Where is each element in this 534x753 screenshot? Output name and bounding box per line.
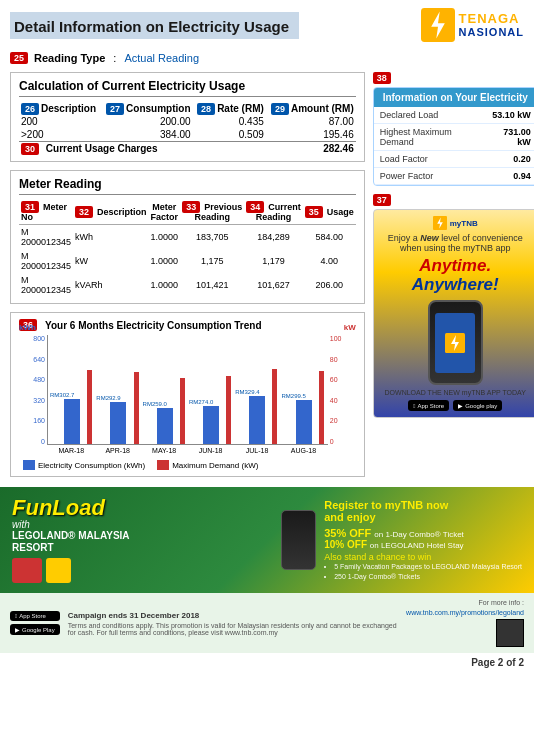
app-enjoy-text: Enjoy a New level of convenience [380, 233, 531, 243]
bar-red-mar [87, 370, 92, 444]
chart-legend: Electricity Consumption (kWh) Maximum De… [19, 460, 356, 470]
app-store-icon[interactable]:  App Store [10, 611, 60, 621]
meter-section: Meter Reading 31Meter No 32Description M… [10, 170, 365, 304]
campaign-website: www.tnb.com.my/promotions/legoland [406, 609, 524, 616]
google-play-footer-icon[interactable]: ▶ Google Play [10, 624, 60, 635]
info-row-4: Power Factor 0.94 [374, 168, 534, 185]
phone-screen [435, 313, 475, 373]
info-row-3: Load Factor 0.20 [374, 151, 534, 168]
bar-may: RM259.0 [143, 335, 187, 444]
calc-header-amount: 29Amount (RM) [266, 102, 356, 115]
legend-box-blue [23, 460, 35, 470]
meter-curr-3: 101,627 [244, 273, 303, 297]
meter-prev-3: 101,421 [180, 273, 244, 297]
x-label-mar: MAR-18 [49, 447, 93, 454]
meter-header-usage: 35Usage [303, 200, 356, 225]
phone-tnb-icon [445, 333, 465, 353]
badge-33: 33 [182, 201, 200, 213]
x-label-aug: AUG-18 [281, 447, 325, 454]
page-title: Detail Information on Electricity Usage [10, 12, 421, 39]
bar-label-may: RM259.0 [143, 401, 167, 407]
campaign-right: For more info : www.tnb.com.my/promotion… [406, 599, 524, 647]
meter-usage-2: 4.00 [303, 249, 356, 273]
info-badge-row: 38 [373, 72, 534, 84]
bar-jun: RM274.0 [189, 335, 233, 444]
badge-30: 30 [21, 143, 39, 155]
funload-left: FunLoad with LEGOLAND® MALAYSIARESORT [12, 497, 273, 583]
legoland-icons [12, 558, 273, 583]
main-content: Calculation of Current Electricity Usage… [0, 68, 534, 487]
app-tnb-logo: myTNB [380, 216, 531, 230]
bar-apr: RM292.9 [96, 335, 140, 444]
meter-header-prev: 33Previous Reading [180, 200, 244, 225]
meter-desc-3: kVARh [73, 273, 149, 297]
calculation-table: 26Description 27Consumption 28Rate (RM) … [19, 102, 356, 155]
meter-factor-1: 1.0000 [149, 225, 181, 250]
tnb-logo-text: TENAGA NASIONAL [459, 12, 524, 38]
meter-header-factor: Meter Factor [149, 200, 181, 225]
meter-row-1: M 2000012345 kWh 1.0000 183,705 184,289 … [19, 225, 356, 250]
calc-header-rate: 28Rate (RM) [193, 102, 266, 115]
bar-aug: RM299.5 [281, 335, 325, 444]
bar-label-aug: RM299.5 [281, 393, 305, 399]
campaign-footer:  App Store ▶ Google Play Campaign ends … [0, 593, 534, 653]
calc-desc-2: >200 [19, 128, 101, 142]
calc-header-desc: 26Description [19, 102, 101, 115]
apple-icon:  [413, 403, 415, 409]
meter-header-no: 31Meter No [19, 200, 73, 225]
x-label-jun: JUN-18 [188, 447, 232, 454]
google-play-button[interactable]: ▶ Google play [453, 400, 502, 411]
bar-red-aug [319, 371, 324, 444]
meter-no-2: M 2000012345 [19, 249, 73, 273]
funload-phone [281, 510, 316, 570]
calc-rate-1: 0.435 [193, 115, 266, 128]
y-label-right: kW [344, 323, 356, 332]
reading-separator: : [113, 52, 116, 64]
y-axis-right: 100 80 60 40 20 0 [330, 335, 356, 445]
meter-desc-1: kWh [73, 225, 149, 250]
info-value-1: 53.10 kW [484, 107, 534, 124]
page-number: Page 2 of 2 [471, 657, 524, 668]
legend-kwh: Electricity Consumption (kWh) [23, 460, 145, 470]
info-row-2: Highest Maximum Demand 731.00 kW [374, 124, 534, 151]
left-column: Calculation of Current Electricity Usage… [10, 72, 373, 483]
calc-total-value: 282.46 [266, 142, 356, 156]
funload-with: with [12, 519, 273, 530]
meter-row-2: M 2000012345 kW 1.0000 1,175 1,179 4.00 [19, 249, 356, 273]
meter-title: Meter Reading [19, 177, 356, 195]
y-axis-left: 800 640 480 320 160 0 [19, 335, 45, 445]
right-column: 38 Information on Your Electricity Decla… [373, 72, 534, 483]
info-label-3: Load Factor [374, 151, 484, 168]
funload-resort: LEGOLAND® MALAYSIARESORT [12, 530, 273, 554]
tnb-logo-icon [421, 8, 455, 42]
bar-label-jun: RM274.0 [189, 399, 213, 405]
funload-bullets: 5 Family Vacation Packages to LEGOLAND M… [324, 562, 522, 582]
x-label-jul: JUL-18 [235, 447, 279, 454]
legoland-icon-1 [12, 558, 42, 583]
calc-amt-1: 87.00 [266, 115, 356, 128]
bar-label-mar: RM302.7 [50, 392, 74, 398]
x-label-may: MAY-18 [142, 447, 186, 454]
info-panel: Information on Your Electricity Declared… [373, 87, 534, 186]
badge-35: 35 [305, 206, 323, 218]
info-label-1: Declared Load [374, 107, 484, 124]
info-value-3: 0.20 [484, 151, 534, 168]
meter-header-curr: 34Current Reading [244, 200, 303, 225]
meter-factor-3: 1.0000 [149, 273, 181, 297]
meter-desc-2: kW [73, 249, 149, 273]
calc-header-consumption: 27Consumption [101, 102, 193, 115]
info-row-1: Declared Load 53.10 kW [374, 107, 534, 124]
x-label-apr: APR-18 [95, 447, 139, 454]
badge-28: 28 [197, 103, 215, 115]
phone-mockup [428, 300, 483, 385]
page-footer: Page 2 of 2 [0, 653, 534, 672]
bar-red-apr [134, 372, 139, 444]
calc-rate-2: 0.509 [193, 128, 266, 142]
app-download-text: DOWNLOAD THE NEW myTNB APP TODAY [380, 389, 531, 396]
calculation-title: Calculation of Current Electricity Usage [19, 79, 356, 97]
calc-row-1: 200 200.00 0.435 87.00 [19, 115, 356, 128]
bar-mar: RM302.7 [50, 335, 94, 444]
bar-red-may [180, 378, 185, 444]
more-info-label: For more info : [406, 599, 524, 606]
app-store-button[interactable]:  App Store [408, 400, 449, 411]
